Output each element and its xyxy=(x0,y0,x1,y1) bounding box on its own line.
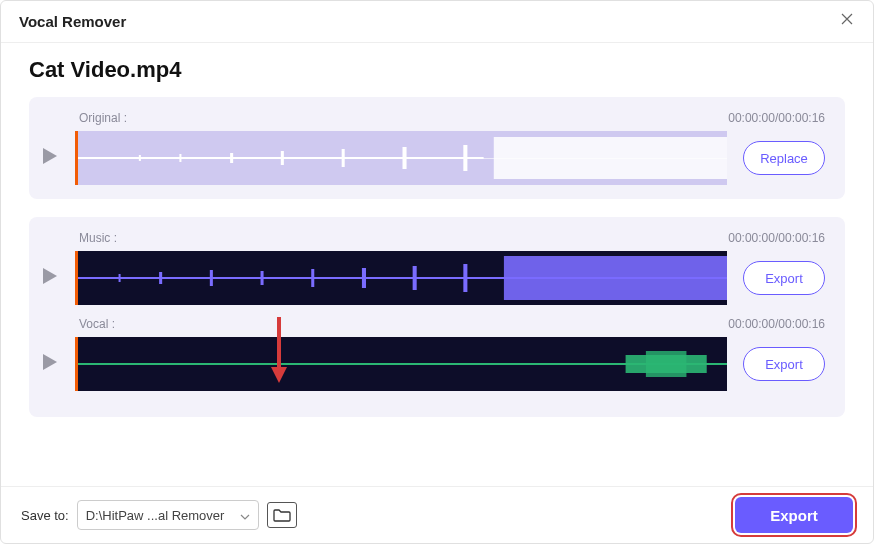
vocal-time: 00:00:00/00:00:16 xyxy=(728,317,825,331)
content-area: Cat Video.mp4 Original : 00:00:00/00:00:… xyxy=(1,43,873,486)
save-to-label: Save to: xyxy=(21,508,69,523)
export-button[interactable]: Export xyxy=(735,497,853,533)
original-row: Original : 00:00:00/00:00:16 xyxy=(75,111,825,185)
svg-rect-1 xyxy=(139,155,141,161)
svg-rect-11 xyxy=(119,274,121,282)
replace-button[interactable]: Replace xyxy=(743,141,825,175)
music-waveform[interactable] xyxy=(75,251,727,305)
svg-rect-18 xyxy=(463,264,467,292)
svg-rect-15 xyxy=(311,269,314,287)
chevron-down-icon xyxy=(240,508,250,523)
play-icon[interactable] xyxy=(41,266,59,290)
svg-rect-12 xyxy=(159,272,162,284)
titlebar: Vocal Remover xyxy=(1,1,873,43)
svg-rect-19 xyxy=(504,256,727,300)
export-vocal-button[interactable]: Export xyxy=(743,347,825,381)
svg-rect-16 xyxy=(362,268,366,288)
svg-rect-7 xyxy=(463,145,467,171)
save-path-select[interactable]: D:\HitPaw ...al Remover xyxy=(77,500,259,530)
file-name: Cat Video.mp4 xyxy=(29,57,845,83)
original-time: 00:00:00/00:00:16 xyxy=(728,111,825,125)
music-time: 00:00:00/00:00:16 xyxy=(728,231,825,245)
svg-rect-8 xyxy=(494,137,727,179)
music-label: Music : xyxy=(79,231,117,245)
original-waveform[interactable] xyxy=(75,131,727,185)
svg-rect-5 xyxy=(342,149,345,167)
original-panel: Original : 00:00:00/00:00:16 xyxy=(29,97,845,199)
separated-panel: Music : 00:00:00/00:00:16 xyxy=(29,217,845,417)
window-title: Vocal Remover xyxy=(19,13,126,30)
export-music-button[interactable]: Export xyxy=(743,261,825,295)
vocal-row: Vocal : 00:00:00/00:00:16 xyxy=(75,317,825,391)
svg-rect-14 xyxy=(261,271,264,285)
svg-rect-4 xyxy=(281,151,284,165)
svg-rect-17 xyxy=(413,266,417,290)
svg-rect-3 xyxy=(230,153,233,163)
vocal-waveform[interactable] xyxy=(75,337,727,391)
original-label: Original : xyxy=(79,111,127,125)
music-row: Music : 00:00:00/00:00:16 xyxy=(75,231,825,305)
svg-rect-2 xyxy=(179,154,181,162)
play-icon[interactable] xyxy=(41,352,59,376)
folder-icon xyxy=(273,508,291,522)
close-icon[interactable] xyxy=(839,11,855,32)
browse-folder-button[interactable] xyxy=(267,502,297,528)
svg-rect-13 xyxy=(210,270,213,286)
footer: Save to: D:\HitPaw ...al Remover Export xyxy=(1,486,873,543)
save-path-value: D:\HitPaw ...al Remover xyxy=(86,508,225,523)
play-icon[interactable] xyxy=(41,146,59,170)
vocal-label: Vocal : xyxy=(79,317,115,331)
svg-rect-6 xyxy=(403,147,407,169)
svg-rect-22 xyxy=(646,351,687,377)
